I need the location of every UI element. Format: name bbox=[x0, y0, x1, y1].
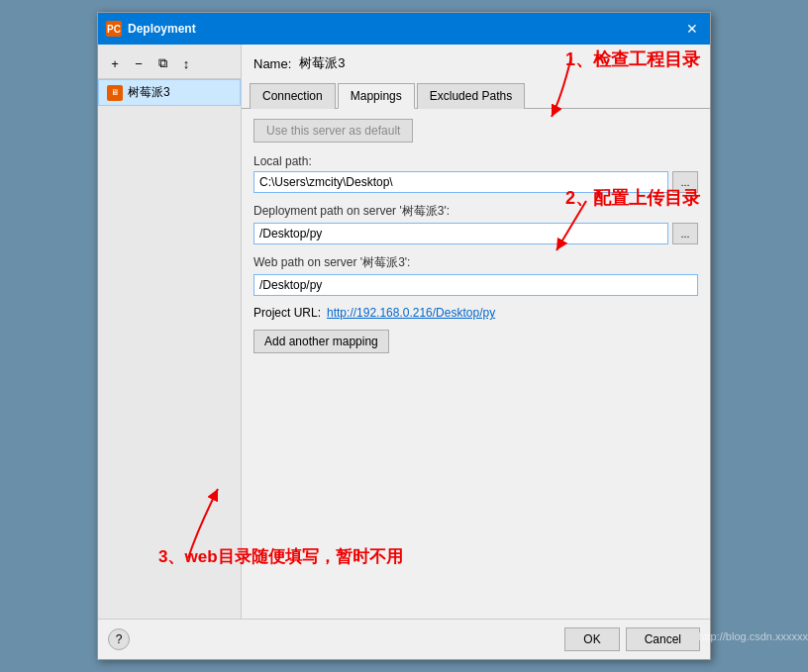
tab-excluded-paths[interactable]: Excluded Paths bbox=[417, 83, 525, 109]
deployment-dialog: PC Deployment ✕ + − ⧉ ↕ 🖥 树莓派3 bbox=[97, 12, 711, 660]
local-path-row: ... bbox=[253, 171, 698, 193]
web-path-input[interactable] bbox=[253, 274, 698, 296]
main-content: Name: 树莓派3 Connection Mappings Excluded … bbox=[242, 45, 710, 619]
deploy-path-input[interactable] bbox=[253, 223, 668, 244]
sidebar-item-label: 树莓派3 bbox=[128, 84, 170, 101]
tab-mappings[interactable]: Mappings bbox=[338, 83, 415, 109]
title-bar: PC Deployment ✕ bbox=[98, 13, 710, 45]
local-path-label: Local path: bbox=[253, 154, 698, 168]
tabs: Connection Mappings Excluded Paths bbox=[242, 82, 710, 109]
dialog-title: Deployment bbox=[128, 22, 196, 36]
name-label: Name: bbox=[253, 56, 291, 71]
tab-connection[interactable]: Connection bbox=[250, 83, 336, 109]
deploy-path-row: ... bbox=[253, 223, 698, 244]
web-path-row bbox=[253, 274, 698, 296]
deploy-path-label: Deployment path on server '树莓派3': bbox=[253, 203, 698, 220]
close-button[interactable]: ✕ bbox=[682, 19, 702, 39]
title-bar-left: PC Deployment bbox=[106, 21, 196, 37]
dialog-buttons: OK Cancel bbox=[564, 627, 700, 651]
bottom-bar: ? OK Cancel bbox=[98, 619, 710, 659]
use-default-button[interactable]: Use this server as default bbox=[253, 119, 413, 143]
help-button[interactable]: ? bbox=[108, 628, 130, 650]
dialog-body: + − ⧉ ↕ 🖥 树莓派3 Name: 树莓派3 bbox=[98, 45, 710, 619]
sidebar-item-raspberry[interactable]: 🖥 树莓派3 bbox=[98, 79, 241, 106]
local-path-browse-button[interactable]: ... bbox=[672, 171, 698, 193]
web-path-label: Web path on server '树莓派3': bbox=[253, 254, 698, 271]
project-url-row: Project URL: http://192.168.0.216/Deskto… bbox=[253, 306, 698, 320]
copy-server-button[interactable]: ⧉ bbox=[152, 52, 173, 74]
add-mapping-button[interactable]: Add another mapping bbox=[253, 330, 389, 353]
watermark: http://blog.csdn.xxxxxx bbox=[698, 630, 808, 642]
remove-server-button[interactable]: − bbox=[128, 52, 150, 74]
web-path-group: Web path on server '树莓派3': bbox=[253, 254, 698, 296]
deploy-path-group: Deployment path on server '树莓派3': ... bbox=[253, 203, 698, 244]
project-url-label: Project URL: bbox=[253, 306, 321, 320]
project-url-link[interactable]: http://192.168.0.216/Desktop/py bbox=[327, 306, 495, 320]
deploy-path-browse-button[interactable]: ... bbox=[672, 223, 698, 244]
tab-content-mappings: Use this server as default Local path: .… bbox=[242, 109, 710, 619]
name-value: 树莓派3 bbox=[299, 54, 345, 72]
name-row: Name: 树莓派3 bbox=[242, 45, 710, 82]
server-icon: 🖥 bbox=[107, 85, 123, 101]
add-server-button[interactable]: + bbox=[104, 52, 126, 74]
ok-button[interactable]: OK bbox=[564, 627, 619, 651]
sidebar: + − ⧉ ↕ 🖥 树莓派3 bbox=[98, 45, 242, 619]
move-server-button[interactable]: ↕ bbox=[175, 52, 197, 74]
toolbar: + − ⧉ ↕ bbox=[98, 48, 241, 79]
cancel-button[interactable]: Cancel bbox=[626, 627, 700, 651]
app-icon: PC bbox=[106, 21, 122, 37]
local-path-group: Local path: ... bbox=[253, 154, 698, 193]
local-path-input[interactable] bbox=[253, 171, 668, 193]
